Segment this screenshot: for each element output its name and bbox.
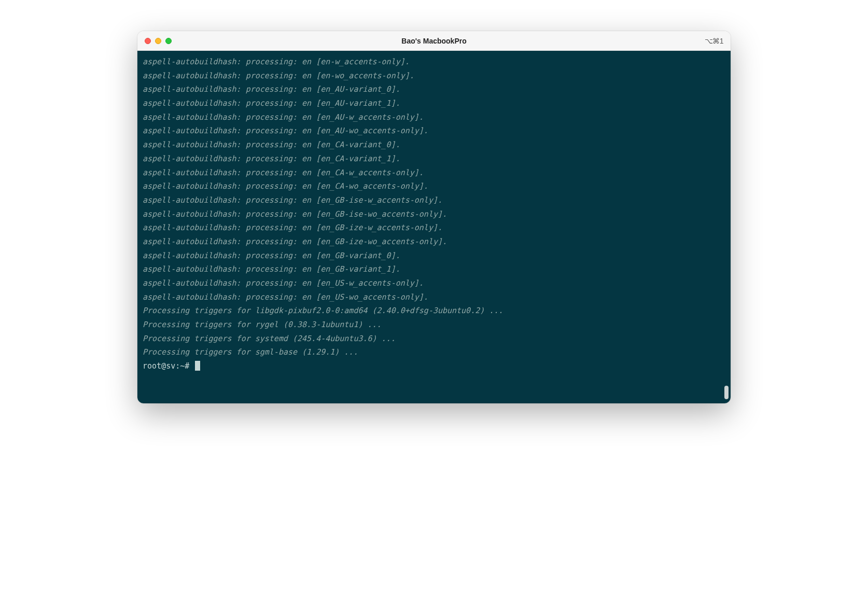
terminal-line: aspell-autobuildhash: processing: en [en… <box>143 235 731 249</box>
terminal-line: aspell-autobuildhash: processing: en [en… <box>143 166 731 180</box>
window-title: Bao's MacbookPro <box>137 37 731 45</box>
terminal-line: aspell-autobuildhash: processing: en [en… <box>143 276 731 290</box>
maximize-button[interactable] <box>165 38 172 44</box>
terminal-line: aspell-autobuildhash: processing: en [en… <box>143 262 731 276</box>
terminal-line: Processing triggers for rygel (0.38.3-1u… <box>143 318 731 332</box>
window-shortcut-label: ⌥⌘1 <box>705 37 723 45</box>
scrollbar-track[interactable] <box>724 56 729 399</box>
terminal-line: aspell-autobuildhash: processing: en [en… <box>143 138 731 152</box>
scrollbar-thumb[interactable] <box>724 386 729 399</box>
close-button[interactable] <box>145 38 151 44</box>
terminal-output: aspell-autobuildhash: processing: en [en… <box>143 55 731 373</box>
terminal-line: aspell-autobuildhash: processing: en [en… <box>143 124 731 138</box>
terminal-window: Bao's MacbookPro ⌥⌘1 aspell-autobuildhas… <box>137 31 731 403</box>
terminal-line: aspell-autobuildhash: processing: en [en… <box>143 221 731 235</box>
terminal-line: aspell-autobuildhash: processing: en [en… <box>143 179 731 193</box>
terminal-line: Processing triggers for sgml-base (1.29.… <box>143 345 731 359</box>
titlebar[interactable]: Bao's MacbookPro ⌥⌘1 <box>137 31 731 51</box>
terminal-line: aspell-autobuildhash: processing: en [en… <box>143 96 731 110</box>
terminal-line: aspell-autobuildhash: processing: en [en… <box>143 290 731 304</box>
terminal-line: aspell-autobuildhash: processing: en [en… <box>143 207 731 221</box>
terminal-line: aspell-autobuildhash: processing: en [en… <box>143 193 731 207</box>
terminal-line: aspell-autobuildhash: processing: en [en… <box>143 55 731 69</box>
terminal-line: aspell-autobuildhash: processing: en [en… <box>143 152 731 166</box>
terminal-line: aspell-autobuildhash: processing: en [en… <box>143 69 731 83</box>
terminal-line: aspell-autobuildhash: processing: en [en… <box>143 110 731 124</box>
minimize-button[interactable] <box>155 38 161 44</box>
terminal-line: Processing triggers for systemd (245.4-4… <box>143 332 731 346</box>
cursor <box>195 361 200 371</box>
traffic-lights <box>145 38 172 44</box>
terminal-prompt[interactable]: root@sv:~# <box>143 359 731 373</box>
terminal-line: Processing triggers for libgdk-pixbuf2.0… <box>143 304 731 318</box>
terminal-line: aspell-autobuildhash: processing: en [en… <box>143 249 731 263</box>
terminal-body[interactable]: aspell-autobuildhash: processing: en [en… <box>137 51 731 403</box>
terminal-line: aspell-autobuildhash: processing: en [en… <box>143 82 731 96</box>
